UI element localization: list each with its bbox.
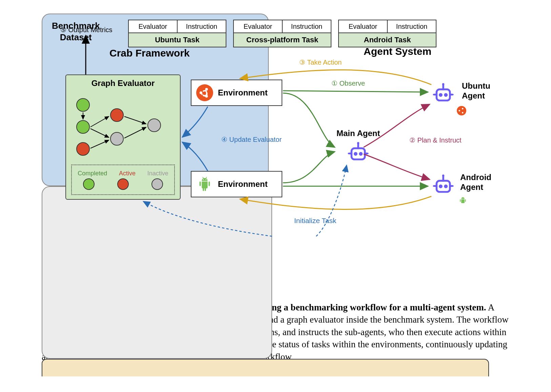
svg-point-14 [206,179,206,180]
svg-point-40 [442,174,445,177]
svg-rect-24 [436,89,450,101]
svg-point-7 [205,88,208,91]
svg-rect-46 [465,199,466,202]
legend-label-inactive: Inactive [147,170,168,177]
step-4-label: ④ Update Evaluator [221,135,282,144]
svg-line-2 [90,129,109,137]
svg-point-37 [440,186,442,187]
step-2-label: ② Plan & Instruct [409,136,462,144]
svg-point-17 [360,153,362,155]
main-agent: Main Agent [336,129,380,164]
svg-point-16 [355,153,356,155]
main-agent-label: Main Agent [336,129,380,138]
svg-point-43 [433,185,434,187]
legend-node-inactive [151,178,163,190]
task-cell-instruction: Instruction [178,20,226,33]
ubuntu-task-box: Evaluator Instruction Ubuntu Task [128,20,226,47]
ubuntu-environment-box: Environment [191,80,282,106]
step-3-label: ③ Take Action [299,58,342,66]
svg-point-35 [462,112,464,114]
svg-point-32 [452,94,453,95]
agent-system-title: Agent System [364,46,431,57]
svg-point-19 [357,142,360,144]
step-1-label: ① Observe [331,79,365,87]
android-small-icon [458,196,467,206]
svg-rect-45 [460,199,461,202]
ubuntu-env-label: Environment [218,88,268,97]
svg-point-38 [445,186,447,187]
android-icon [196,176,213,193]
svg-line-11 [203,177,203,178]
svg-point-13 [203,179,204,180]
android-agent [431,173,455,196]
android-agent-label: Android Agent [460,173,497,192]
svg-rect-15 [352,148,365,159]
graph-evaluator-box: Graph Evaluator [65,74,181,200]
graph-evaluator-title: Graph Evaluator [66,79,180,88]
legend-node-completed [83,178,95,190]
robot-icon [346,140,370,164]
ubuntu-icon [196,84,213,101]
diagram-canvas: Crab Framework Agent System Graph Evalua… [42,14,509,291]
benchmark-dataset-panel: Benchmark Dataset Evaluator Instruction … [42,359,489,376]
svg-rect-36 [436,181,450,192]
svg-point-22 [348,153,349,154]
legend-box: Completed Active Inactive [71,165,175,195]
svg-point-23 [367,153,368,154]
ubuntu-agent [431,81,455,105]
svg-rect-9 [200,181,201,186]
graph-area [66,88,180,159]
svg-point-31 [433,94,434,95]
svg-point-25 [440,94,442,96]
cross-task-name: Cross-platform Task [234,33,331,47]
ubuntu-task-name: Ubuntu Task [129,33,226,47]
benchmark-dataset-title: Benchmark Dataset [52,20,100,43]
android-env-label: Environment [218,179,268,189]
task-cell-evaluator: Evaluator [234,20,283,33]
svg-point-26 [445,94,447,96]
ubuntu-small-icon [457,106,466,115]
cross-platform-task-box: Evaluator Instruction Cross-platform Tas… [233,20,331,47]
svg-point-6 [200,91,202,94]
task-cell-instruction: Instruction [283,20,331,33]
svg-line-3 [90,140,109,148]
graph-edges [66,88,180,159]
crab-framework-title: Crab Framework [109,47,190,59]
svg-rect-10 [209,181,210,186]
task-cell-evaluator: Evaluator [339,20,388,33]
legend-node-active [117,178,129,190]
task-cell-evaluator: Evaluator [129,20,178,33]
android-task-box: Evaluator Instruction Android Task [338,20,436,47]
agent-system-panel [42,186,272,359]
robot-icon [431,81,455,105]
svg-point-44 [452,185,453,187]
legend-label-active: Active [119,170,136,177]
svg-line-5 [124,127,146,138]
robot-icon [431,173,455,196]
initialize-task-label: Initialize Task [294,217,336,225]
task-cell-instruction: Instruction [388,20,436,33]
svg-point-28 [442,83,445,85]
svg-line-4 [124,116,146,124]
svg-point-33 [458,110,460,112]
android-environment-box: Environment [191,171,282,197]
legend-label-completed: Completed [78,170,107,177]
ubuntu-agent-label: Ubuntu Agent [462,81,496,101]
android-task-name: Android Task [339,33,436,47]
svg-point-34 [462,108,464,110]
svg-line-12 [206,177,207,178]
svg-line-1 [90,116,109,127]
